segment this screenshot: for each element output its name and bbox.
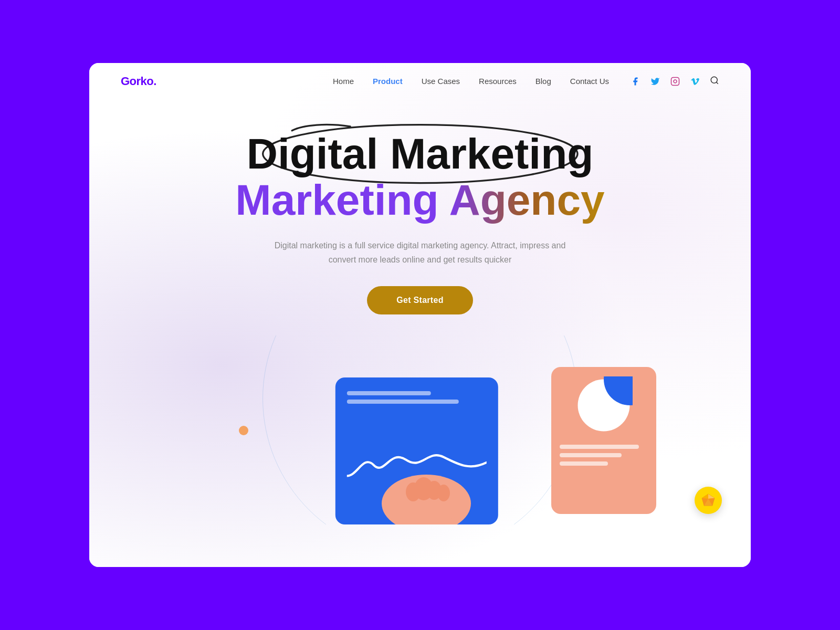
nav-item-usecases[interactable]: Use Cases [422,77,460,86]
orange-dot [239,426,248,435]
svg-point-8 [406,482,421,501]
nav-link-home[interactable]: Home [333,77,354,86]
navbar: Gorko. Home Product Use Cases Resources … [89,63,751,100]
tablet-line-2 [347,400,459,404]
search-icon[interactable] [710,76,719,87]
main-window: Gorko. Home Product Use Cases Resources … [89,63,751,567]
nav-link-blog[interactable]: Blog [536,77,551,86]
pie-chart [575,376,633,434]
hero-word-agency: Agency [449,176,604,224]
tablet-text-lines [347,389,487,404]
get-started-button[interactable]: Get Started [367,286,473,314]
sketch-badge[interactable] [695,487,722,514]
svg-rect-0 [671,78,679,86]
svg-point-2 [711,77,717,83]
logo-dot: . [153,75,156,88]
nav-item-resources[interactable]: Resources [479,77,517,86]
twitter-icon[interactable] [650,76,660,87]
hero-subtitle: Digital marketing is a full service digi… [268,238,572,267]
nav-item-blog[interactable]: Blog [536,77,551,86]
hero-title-line1: Digital Marketing [247,131,594,176]
analytics-text-lines [560,445,648,466]
analytics-card [551,367,656,514]
sketch-icon [700,492,716,508]
analytics-line-3 [560,461,608,466]
svg-line-3 [716,82,718,83]
svg-point-10 [437,485,450,501]
nav-item-home[interactable]: Home [333,77,354,86]
hand-illustration [374,446,479,524]
hero-section: Digital Marketing Marketing Agency Digit… [89,100,751,314]
title-oval-wrap: Digital Marketing [247,131,594,176]
nav-item-contact[interactable]: Contact Us [570,77,609,86]
logo[interactable]: Gorko. [121,75,156,88]
nav-links: Home Product Use Cases Resources Blog Co… [333,77,609,86]
analytics-line-2 [560,453,622,457]
illustration-section [89,335,751,524]
analytics-line-1 [560,445,639,449]
facebook-icon[interactable] [630,76,640,87]
tablet-line-1 [347,391,431,395]
instagram-icon[interactable] [670,76,680,87]
hero-title-line2: Marketing Agency [121,176,719,224]
svg-marker-14 [702,494,708,499]
nav-link-contact[interactable]: Contact Us [570,77,609,86]
svg-marker-13 [708,494,715,499]
vimeo-icon[interactable] [690,76,700,87]
logo-text: Gorko [121,75,153,88]
nav-link-resources[interactable]: Resources [479,77,517,86]
nav-link-product[interactable]: Product [373,77,403,86]
hero-title: Digital Marketing Marketing Agency [121,131,719,224]
hero-word-marketing: Marketing [235,176,438,224]
nav-link-usecases[interactable]: Use Cases [422,77,460,86]
social-icons [630,76,719,87]
nav-item-product[interactable]: Product [373,77,403,86]
